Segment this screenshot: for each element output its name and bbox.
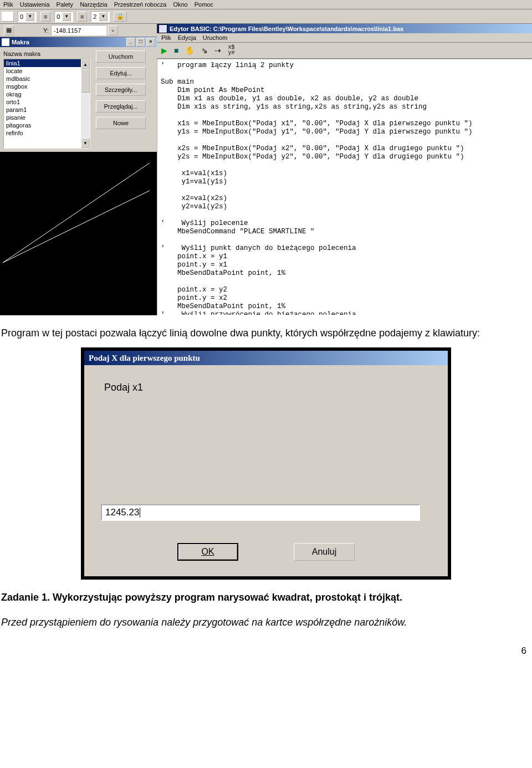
- macro-listbox[interactable]: linia1 locate mdlbasic msgbox okrąg orto…: [3, 59, 90, 149]
- list-item[interactable]: mdlbasic: [4, 75, 90, 83]
- macros-app-icon: [2, 38, 9, 46]
- list-item[interactable]: pitagoras: [4, 121, 90, 129]
- stop-icon[interactable]: ■: [174, 46, 178, 55]
- close-button[interactable]: ×: [146, 38, 155, 47]
- lineweight-dropdown[interactable]: 2▼: [91, 11, 110, 22]
- main-menubar: Plik Ustawienia Palety Narzędzia Przestr…: [0, 0, 532, 9]
- coord-y-label: Y:: [43, 27, 49, 34]
- color-swatch-icon[interactable]: [2, 12, 14, 22]
- list-item[interactable]: okrąg: [4, 90, 90, 98]
- screenshot-microstation: Plik Ustawienia Palety Narzędzia Przestr…: [0, 0, 532, 315]
- details-button[interactable]: Szczegóły...: [96, 84, 146, 96]
- run-button[interactable]: Uruchom: [96, 50, 146, 63]
- dialog-titlebar[interactable]: Podaj X dla pierwszego punktu: [84, 351, 448, 365]
- variables-icon[interactable]: x$y#: [228, 45, 234, 56]
- code-editor[interactable]: ' program łączy linią 2 punkty Sub main …: [157, 59, 532, 315]
- cancel-button[interactable]: Anuluj: [294, 543, 355, 561]
- list-item[interactable]: orto1: [4, 98, 90, 106]
- linestyle-dropdown[interactable]: 0▼: [54, 11, 73, 22]
- coord-icon[interactable]: ▦: [4, 25, 14, 35]
- editor-app-icon: [158, 24, 167, 33]
- page-number: 6: [0, 646, 526, 657]
- maximize-button[interactable]: □: [136, 38, 145, 47]
- scroll-up-button[interactable]: ▲: [81, 59, 90, 69]
- scroll-thumb[interactable]: [81, 69, 90, 93]
- browse-button[interactable]: Przeglądaj...: [96, 100, 146, 112]
- menu-item[interactable]: Okno: [173, 1, 187, 8]
- doc-paragraph-3: Przed przystąpieniem do rysowania należy…: [1, 616, 531, 629]
- drawing-view[interactable]: [0, 152, 157, 276]
- document-page: Plik Ustawienia Palety Narzędzia Przestr…: [0, 0, 532, 668]
- menu-item[interactable]: Narzędzia: [80, 1, 108, 8]
- list-item[interactable]: pisanie: [4, 114, 90, 121]
- lock-icon[interactable]: 🔒: [114, 12, 127, 22]
- dialog-body: Podaj x1 1245.23 OK Anuluj: [84, 365, 448, 576]
- text-cursor: [140, 508, 140, 518]
- svg-line-1: [3, 191, 150, 263]
- listbox-scrollbar[interactable]: ▲ ▼: [81, 59, 90, 148]
- doc-paragraph-1: Program w tej postaci pozwala łączyć lin…: [1, 326, 531, 340]
- coord-y-input[interactable]: -148.1157: [51, 25, 106, 35]
- list-item[interactable]: refinfo: [4, 129, 90, 137]
- editor-title-text: Edytor BASIC: C:\Program Files\Bentley\W…: [170, 25, 403, 32]
- svg-line-0: [3, 163, 150, 263]
- hand-icon[interactable]: ✋: [185, 46, 195, 55]
- main-toolbar: 0▼ ≡ 0▼ ≡ 2▼ 🔒: [0, 9, 532, 24]
- macros-window: Makra _ □ × Nazwa makra linia1 locat: [0, 37, 157, 152]
- scroll-down-button[interactable]: ▼: [81, 138, 90, 148]
- doc-paragraph-2: Zadanie 1. Wykorzystując powyższy progra…: [1, 591, 531, 604]
- macros-titlebar[interactable]: Makra _ □ ×: [0, 37, 157, 47]
- basic-editor-window: Edytor BASIC: C:\Program Files\Bentley\W…: [157, 24, 532, 315]
- menu-item[interactable]: Przestrzeń robocza: [114, 1, 167, 8]
- coord-aux-icon[interactable]: ▫: [108, 25, 118, 35]
- macros-title-text: Makra: [12, 39, 29, 45]
- dialog-title-text: Podaj X dla pierwszego punktu: [89, 354, 200, 363]
- macro-name-label: Nazwa makra: [3, 50, 90, 57]
- menu-item[interactable]: Ustawienia: [20, 1, 50, 8]
- list-item[interactable]: locate: [4, 67, 90, 75]
- level-dropdown[interactable]: 0▼: [18, 11, 37, 22]
- coordinate-bar: ▦ Y: -148.1157 ▫: [0, 24, 157, 37]
- list-item[interactable]: linia1: [4, 59, 90, 67]
- editor-toolbar: ▶ ■ ✋ ⇘ ⇢ x$y#: [157, 43, 532, 59]
- edit-button[interactable]: Edytuj...: [96, 67, 146, 79]
- run-icon[interactable]: ▶: [161, 46, 167, 55]
- lineweight-icon[interactable]: ≡: [77, 12, 87, 22]
- left-panel: ▦ Y: -148.1157 ▫ Makra _ □ ×: [0, 24, 157, 315]
- ok-button[interactable]: OK: [177, 543, 238, 561]
- editor-menubar: Plik Edycja Uruchom: [157, 33, 532, 43]
- menu-item[interactable]: Pomoc: [195, 1, 213, 8]
- menu-item[interactable]: Edycja: [178, 34, 196, 41]
- menu-item[interactable]: Uruchom: [203, 34, 228, 41]
- dialog-prompt: Podaj x1: [104, 382, 431, 393]
- list-item[interactable]: msgbox: [4, 83, 90, 90]
- dialog-input-value: 1245.23: [105, 507, 139, 518]
- linestyle-icon[interactable]: ≡: [40, 12, 50, 22]
- list-item[interactable]: param1: [4, 106, 90, 114]
- editor-titlebar[interactable]: Edytor BASIC: C:\Program Files\Bentley\W…: [157, 24, 532, 33]
- dialog-input[interactable]: 1245.23: [101, 504, 420, 521]
- new-button[interactable]: Nowe: [96, 117, 146, 129]
- menu-item[interactable]: Plik: [3, 1, 13, 8]
- step-over-icon[interactable]: ⇢: [214, 46, 221, 55]
- menu-item[interactable]: Plik: [161, 34, 171, 41]
- screenshot-inputbox: Podaj X dla pierwszego punktu Podaj x1 1…: [0, 347, 532, 580]
- minimize-button[interactable]: _: [126, 38, 135, 47]
- menu-item[interactable]: Palety: [57, 1, 74, 8]
- step-in-icon[interactable]: ⇘: [201, 46, 208, 55]
